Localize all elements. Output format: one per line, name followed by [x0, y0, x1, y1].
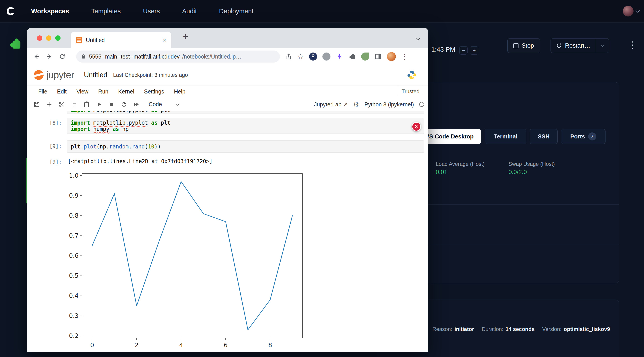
- coder-logo[interactable]: [5, 6, 16, 16]
- duration-value: 14 seconds: [506, 326, 535, 332]
- padlock-icon: [80, 54, 86, 60]
- swap-usage-label: Swap Usage (Host): [508, 161, 555, 167]
- extensions-puzzle-icon[interactable]: [349, 53, 356, 60]
- jupyter-toolbar: Code JupyterLab ↗ ⚙ Python 3 (ipykernel): [27, 98, 428, 111]
- restart-kernel-button[interactable]: [120, 101, 127, 108]
- interrupt-kernel-button[interactable]: [108, 101, 115, 108]
- paste-cell-button[interactable]: [83, 101, 90, 108]
- nav-item-audit[interactable]: Audit: [182, 8, 197, 15]
- workspace-menu-kebab[interactable]: ⋮: [628, 38, 637, 52]
- chevron-down-icon: [600, 43, 604, 47]
- new-tab-button[interactable]: +: [183, 32, 188, 42]
- menu-help[interactable]: Help: [174, 88, 185, 95]
- nav-item-users[interactable]: Users: [143, 8, 160, 15]
- puzzle-icon[interactable]: [9, 38, 22, 50]
- stop-workspace-button[interactable]: Stop: [507, 38, 540, 53]
- notification-badge[interactable]: 3: [412, 122, 421, 131]
- ports-button[interactable]: Ports 7: [561, 129, 606, 144]
- clipped-cell-above: import matplotlib.pyplot as plt: [67, 111, 424, 114]
- restart-options-button[interactable]: [596, 38, 609, 53]
- svg-text:0.9: 0.9: [69, 192, 78, 199]
- svg-text:0.6: 0.6: [69, 252, 78, 259]
- cut-cell-button[interactable]: [58, 101, 65, 108]
- add-cell-button[interactable]: [46, 101, 52, 108]
- save-button[interactable]: [34, 101, 40, 108]
- output9-prompt: [9]:: [50, 159, 62, 165]
- nav-item-templates[interactable]: Templates: [91, 8, 120, 15]
- svg-text:0.3: 0.3: [69, 312, 78, 319]
- version-label: Version:: [542, 326, 562, 332]
- svg-text:4: 4: [179, 342, 183, 348]
- font-decrease-button[interactable]: −: [459, 46, 468, 54]
- run-cell-button[interactable]: [96, 101, 102, 108]
- cell-type-dropdown[interactable]: Code: [149, 101, 179, 108]
- duration-label: Duration:: [482, 326, 503, 332]
- onepassword-icon[interactable]: [309, 52, 317, 60]
- trusted-button[interactable]: Trusted: [398, 87, 423, 96]
- tab-close-icon[interactable]: ×: [162, 36, 166, 44]
- reload-button[interactable]: [59, 53, 66, 60]
- tab-search-chevron[interactable]: [416, 37, 419, 41]
- notebook-title[interactable]: Untitled: [84, 71, 107, 79]
- primary-nav: Workspaces Templates Users Audit Deploym…: [31, 0, 254, 22]
- bolt-extension-icon[interactable]: [336, 53, 343, 60]
- browser-tab[interactable]: Untitled ×: [71, 32, 171, 48]
- cell9-prompt: [9]:: [50, 143, 62, 149]
- menu-kernel[interactable]: Kernel: [118, 88, 134, 95]
- svg-text:6: 6: [224, 342, 228, 348]
- terminal-button[interactable]: Terminal: [485, 129, 526, 144]
- svg-text:8: 8: [268, 342, 272, 348]
- bookmark-star-icon[interactable]: ☆: [297, 53, 304, 60]
- back-button[interactable]: [33, 53, 40, 60]
- restart-workspace-button[interactable]: Restart…: [550, 38, 596, 53]
- url-omnibox[interactable]: 5555--main--test--matifali.atif.cdr.dev/…: [76, 50, 280, 62]
- swap-usage-value: 0.0/2.0: [508, 169, 527, 176]
- chevron-down-icon: [176, 102, 179, 106]
- browser-window: Untitled × + 5555--main--test--matifali.…: [27, 28, 428, 352]
- font-increase-button[interactable]: +: [470, 46, 478, 54]
- address-bar: 5555--main--test--matifali.atif.cdr.dev/…: [27, 48, 428, 65]
- stop-icon: [514, 43, 518, 48]
- menu-settings[interactable]: Settings: [144, 88, 164, 95]
- kernel-name[interactable]: Python 3 (ipykernel): [364, 101, 414, 108]
- gear-icon[interactable]: ⚙: [353, 100, 359, 108]
- terminal-label: Terminal: [494, 133, 518, 140]
- toolbar-right-group: JupyterLab ↗ ⚙ Python 3 (ipykernel): [314, 98, 424, 111]
- ssh-button[interactable]: SSH: [530, 129, 558, 144]
- share-icon[interactable]: [285, 53, 292, 60]
- chrome-profile-avatar[interactable]: [387, 52, 396, 61]
- ports-count-badge: 7: [588, 132, 596, 140]
- open-jupyterlab-link[interactable]: JupyterLab ↗: [314, 101, 348, 108]
- ssh-label: SSH: [538, 133, 550, 140]
- tab-strip: Untitled × +: [27, 28, 428, 48]
- menu-edit[interactable]: Edit: [57, 88, 66, 95]
- menu-run[interactable]: Run: [98, 88, 108, 95]
- leaf-extension-icon[interactable]: [361, 52, 369, 60]
- svg-text:1.0: 1.0: [69, 172, 78, 179]
- restart-run-all-button[interactable]: [133, 101, 140, 108]
- copy-cell-button[interactable]: [71, 101, 78, 108]
- menu-view[interactable]: View: [76, 88, 88, 95]
- menu-file[interactable]: File: [38, 88, 47, 95]
- window-minimize-button[interactable]: [46, 36, 52, 41]
- code-cell-8[interactable]: import matplotlib.pyplot as plt import n…: [67, 118, 424, 134]
- top-navigation-bar: Workspaces Templates Users Audit Deploym…: [0, 0, 644, 23]
- notebook-content: import matplotlib.pyplot as plt [8]: imp…: [27, 111, 428, 352]
- url-host: 5555--main--test--matifali.atif.cdr.dev: [89, 54, 180, 60]
- user-menu[interactable]: [623, 6, 639, 16]
- nav-item-deployment[interactable]: Deployment: [219, 8, 254, 15]
- cell8-prompt: [8]:: [50, 120, 62, 126]
- clock: 1:43 PM: [431, 46, 455, 53]
- extension-gray-icon[interactable]: [322, 52, 330, 60]
- nav-item-workspaces[interactable]: Workspaces: [31, 8, 69, 15]
- url-path: /notebooks/Untitled.ip…: [182, 54, 241, 60]
- side-panel-icon[interactable]: [374, 53, 382, 60]
- code-cell-9[interactable]: plt.plot(np.random.rand(10)): [67, 140, 424, 153]
- svg-text:0.2: 0.2: [69, 332, 78, 339]
- chrome-menu-kebab[interactable]: ⋮: [401, 52, 408, 61]
- window-zoom-button[interactable]: [55, 36, 60, 41]
- checkpoint-status: Last Checkpoint: 3 minutes ago: [113, 72, 188, 78]
- tab-title: Untitled: [86, 37, 162, 44]
- window-close-button[interactable]: [37, 36, 42, 41]
- forward-button[interactable]: [46, 53, 53, 60]
